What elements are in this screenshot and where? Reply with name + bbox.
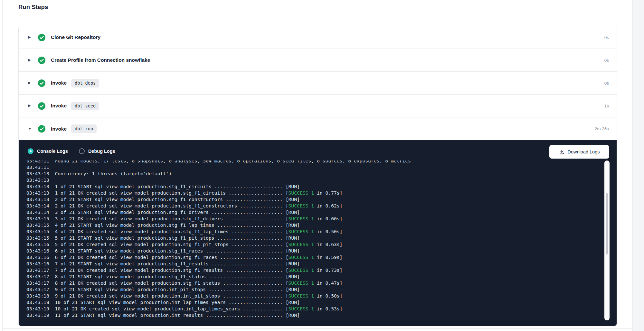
- log-line: 03:43:13 Concurrency: 1 threads (target=…: [26, 170, 600, 177]
- log-line: 03:43:11 Found 21 models, 17 tests, 0 sn…: [26, 161, 600, 164]
- success-check-icon: [38, 57, 45, 64]
- step-list: ▶Clone Git Repository0s▶Create Profile f…: [19, 26, 617, 140]
- log-line: 03:43:15 5 of 21 START sql view model pr…: [26, 235, 600, 241]
- console-log-output[interactable]: 03:43:11 Found 21 models, 17 tests, 0 sn…: [26, 161, 600, 321]
- step-row[interactable]: ▶Invokedbt deps0s: [19, 72, 617, 95]
- step-command-chip: dbt seed: [71, 102, 99, 110]
- chevron-right-icon[interactable]: ▶: [28, 35, 32, 39]
- log-line: 03:43:16 6 of 21 OK created sql view mod…: [26, 254, 600, 261]
- log-line: 03:43:17 9 of 21 START sql view model pr…: [26, 286, 600, 293]
- log-line: 03:43:17 8 of 21 START sql view model pr…: [26, 273, 600, 280]
- success-check-icon: [38, 102, 45, 110]
- log-line: 03:43:17 7 of 21 OK created sql view mod…: [26, 267, 600, 273]
- log-line: 03:43:15 3 of 21 OK created sql view mod…: [26, 216, 600, 222]
- log-line: 03:43:18 9 of 21 OK created sql view mod…: [26, 293, 600, 299]
- log-line: 03:43:13 1 of 21 START sql view model pr…: [26, 183, 600, 190]
- chevron-down-icon[interactable]: ▼: [28, 127, 32, 131]
- step-title: Invoke: [51, 80, 67, 86]
- log-scrollbar-track[interactable]: [604, 161, 610, 320]
- log-line: 03:43:16 7 of 21 START sql view model pr…: [26, 261, 600, 267]
- radio-unselected-icon[interactable]: [79, 148, 85, 154]
- right-gutter: [632, 0, 644, 331]
- download-logs-button[interactable]: Download Logs: [549, 145, 609, 159]
- log-status-success: SUCCESS 1: [289, 203, 314, 208]
- step-title: Clone Git Repository: [51, 34, 100, 40]
- step-duration: 0s: [604, 58, 609, 63]
- log-panel: Console LogsDebug Logs Download Logs 03:…: [19, 140, 617, 326]
- step-duration: 2m 26s: [595, 126, 609, 131]
- step-title: Create Profile from Connection snowflake: [51, 57, 150, 63]
- log-status-success: SUCCESS 1: [289, 254, 314, 260]
- log-tab-label: Debug Logs: [88, 149, 115, 154]
- log-type-radios: Console LogsDebug Logs: [28, 148, 115, 154]
- log-tab-label: Console Logs: [37, 149, 68, 154]
- success-check-icon: [38, 34, 45, 41]
- log-line: 03:43:15 4 of 21 OK created sql view mod…: [26, 228, 600, 235]
- log-line: 03:43:17 8 of 21 OK created sql view mod…: [26, 280, 600, 286]
- log-line: 03:43:15 4 of 21 START sql view model pr…: [26, 222, 600, 228]
- log-line: 03:43:16 6 of 21 START sql view model pr…: [26, 248, 600, 254]
- log-line: 03:43:13 1 of 21 OK created sql view mod…: [26, 190, 600, 196]
- download-icon: [559, 149, 564, 155]
- left-divider: [2, 0, 3, 331]
- chevron-right-icon[interactable]: ▶: [28, 58, 32, 62]
- log-tab-console-logs[interactable]: Console Logs: [28, 148, 68, 154]
- step-row[interactable]: ▶Create Profile from Connection snowflak…: [19, 49, 617, 72]
- step-duration: 0s: [604, 81, 609, 86]
- radio-selected-icon[interactable]: [28, 148, 33, 154]
- download-logs-label: Download Logs: [568, 149, 600, 154]
- log-status-success: SUCCESS 1: [289, 306, 314, 311]
- log-status-success: SUCCESS 1: [289, 229, 314, 234]
- step-row[interactable]: ▶Invokedbt seed1s: [19, 95, 617, 117]
- step-row[interactable]: ▼Invokedbt run2m 26s: [19, 117, 617, 140]
- log-status-success: SUCCESS 1: [289, 267, 314, 273]
- log-line: 03:43:16 5 of 21 OK created sql view mod…: [26, 241, 600, 248]
- success-check-icon: [38, 125, 45, 133]
- log-line: 03:43:13: [26, 177, 600, 183]
- step-title: Invoke: [51, 103, 67, 109]
- log-line: 03:43:14 2 of 21 OK created sql view mod…: [26, 203, 600, 209]
- log-line: 03:43:19 10 of 21 OK created sql view mo…: [26, 306, 600, 312]
- chevron-right-icon[interactable]: ▶: [28, 104, 32, 108]
- log-status-success: SUCCESS 1: [289, 280, 314, 286]
- log-status-success: SUCCESS 1: [289, 242, 314, 247]
- step-duration: 1s: [604, 104, 609, 108]
- log-status-success: SUCCESS 1: [289, 293, 314, 299]
- step-title: Invoke: [51, 126, 67, 132]
- log-line: 03:43:18 10 of 21 START sql view model p…: [26, 299, 600, 306]
- log-line: 03:43:14 3 of 21 START sql view model pr…: [26, 209, 600, 216]
- log-status-success: SUCCESS 1: [289, 216, 314, 221]
- step-command-chip: dbt deps: [71, 79, 99, 87]
- log-tab-debug-logs[interactable]: Debug Logs: [79, 148, 115, 154]
- log-status-success: SUCCESS 1: [289, 190, 314, 196]
- log-line: 03:43:19 11 of 21 START sql view model p…: [26, 312, 600, 318]
- log-scrollbar-thumb[interactable]: [606, 193, 608, 254]
- page-title: Run Steps: [18, 4, 48, 11]
- log-line: 03:43:11: [26, 164, 600, 170]
- log-line: 03:43:13 2 of 21 START sql view model pr…: [26, 196, 600, 203]
- step-row[interactable]: ▶Clone Git Repository0s: [19, 26, 617, 49]
- success-check-icon: [38, 79, 45, 87]
- step-duration: 0s: [604, 35, 609, 40]
- run-steps-card: ▶Clone Git Repository0s▶Create Profile f…: [18, 26, 617, 326]
- chevron-right-icon[interactable]: ▶: [28, 81, 32, 85]
- bottom-divider: [3, 328, 632, 329]
- step-command-chip: dbt run: [71, 124, 97, 133]
